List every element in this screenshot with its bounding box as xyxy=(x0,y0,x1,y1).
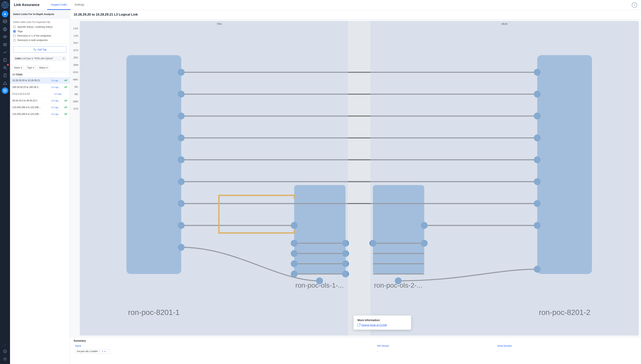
link-name-0: 10.28.29.20 to 10.28.29.21 xyxy=(12,79,50,82)
svg-rect-19 xyxy=(4,74,6,77)
filter-name-label: Name xyxy=(14,66,20,69)
copy-icon[interactable]: ⎘ xyxy=(63,57,65,60)
layer-eth: ETH xyxy=(70,47,80,54)
radio-device-both[interactable]: Device(s) in both endpoints xyxy=(13,39,66,42)
filter-status[interactable]: Status ▾ xyxy=(37,66,49,70)
nav-icon-circle[interactable]: ● xyxy=(2,11,8,17)
link-type-0: L3 Log... xyxy=(51,79,63,82)
tooltip-title: More Information: xyxy=(357,318,407,322)
radio-tags[interactable]: Tags xyxy=(13,30,66,33)
layer-mc1: MC xyxy=(70,83,80,90)
left-navigation: ● ! ··· xyxy=(0,0,10,364)
nav-icon-circle-active[interactable] xyxy=(2,87,8,94)
filter-name[interactable]: Name ▾ xyxy=(12,66,24,70)
summary-table: Name SW Version Serial Number ron-poc- xyxy=(74,344,637,354)
tab-inspect-links[interactable]: Inspect Links xyxy=(47,0,71,10)
app-title: Link Assurance xyxy=(14,3,40,7)
svg-rect-11 xyxy=(4,43,7,44)
table-row: ron-poc-ols-1-roadm ☆ ↗ ➤ ··· - - xyxy=(74,348,637,354)
nav-icon-db[interactable] xyxy=(2,18,9,25)
name-badge[interactable]: ron-poc-ols-1-roadm ☆ ↗ ➤ ··· xyxy=(75,349,110,354)
tooltip-popup: More Information: ↗ Optical Node at COSM xyxy=(353,315,411,330)
tag-label: Links xyxy=(15,57,21,60)
layer-ots: OTS xyxy=(70,105,80,112)
nav-icon-doc[interactable] xyxy=(2,72,9,79)
layer-lag: LAG xyxy=(70,32,80,40)
nav-icon-gear[interactable] xyxy=(2,356,9,362)
link-status-1: UP xyxy=(64,86,67,88)
svg-marker-23 xyxy=(3,82,7,84)
app-logo[interactable] xyxy=(2,2,9,8)
tooltip-link[interactable]: ↗ Optical Node at COSM xyxy=(357,324,407,326)
tab-settings[interactable]: Settings xyxy=(71,0,88,10)
radio-specific[interactable]: Specific link(s) / underlay link(s) xyxy=(13,26,66,28)
nav-icon-chart[interactable] xyxy=(2,49,9,56)
link-item-1[interactable]: 100.28.30.23 to 100.28.3... L3 Logi... U… xyxy=(10,84,70,90)
layer-labels: LOG LAG PHY ETH ZRC ZRM OCH NMC MC MC OM… xyxy=(70,20,80,337)
add-tag-button[interactable]: 🔍 Add Tag xyxy=(13,46,66,53)
nav-icon-stack[interactable] xyxy=(2,41,9,48)
filter-type-label: Type xyxy=(27,66,32,69)
help-icon[interactable]: ? xyxy=(632,2,637,8)
radio-group: Specific link(s) / underlay link(s) Tags… xyxy=(13,26,66,42)
link-item-2[interactable]: 2.2.2.1 to 2.2.2.0 L3 Logi... xyxy=(10,90,70,97)
link-item-3[interactable]: 45.54.23.0 to 45.54.23.1 L3 Logi... UP xyxy=(10,97,70,104)
svg-point-5 xyxy=(3,20,7,21)
nav-icon-search-ring[interactable]: ! xyxy=(2,64,9,71)
filter-label: Define Valid Links For Inspection By: xyxy=(13,21,66,24)
radio-tags-label: Tags xyxy=(17,30,23,33)
radio-device-one-circle xyxy=(13,34,16,37)
diagram-header: 10.28.29.20 to 10.28.29.21 L3 Logical Li… xyxy=(70,10,641,20)
link-item-0[interactable]: 10.28.29.20 to 10.28.29.21 L3 Log... UP xyxy=(10,77,70,84)
more-icon[interactable]: ··· xyxy=(107,350,108,353)
chevron-type-icon: ▾ xyxy=(33,66,34,69)
summary-title: Summary xyxy=(74,339,637,342)
svg-rect-13 xyxy=(4,46,7,46)
nav-icon-book[interactable] xyxy=(2,56,9,64)
filter-section: Define Valid Links For Inspection By: Sp… xyxy=(10,18,70,44)
link-status-3: UP xyxy=(64,100,67,102)
nav-icon-globe[interactable] xyxy=(2,26,9,33)
link-status-4: UP xyxy=(64,106,67,108)
star-icon[interactable]: ☆ xyxy=(99,350,101,353)
svg-marker-10 xyxy=(3,36,7,37)
layer-zrc: ZRC xyxy=(70,54,80,61)
col-header-sw: SW Version xyxy=(375,344,496,348)
layer-oms: OMS xyxy=(70,98,80,105)
link-name-2: 2.2.2.1 to 2.2.2.0 xyxy=(12,92,53,95)
link-item-5[interactable]: 123.200.200.6 to 123.200... L3 Logi... U… xyxy=(10,111,70,118)
svg-line-17 xyxy=(6,68,7,70)
link-list: 10.28.29.20 to 10.28.29.21 L3 Log... UP … xyxy=(10,77,70,364)
add-tag-label: Add Tag xyxy=(37,48,46,51)
layer-nmc: NMC xyxy=(70,76,80,83)
layer-phy: PHY xyxy=(70,40,80,47)
navigate-icon[interactable]: ➤ xyxy=(104,350,106,353)
link-type-1: L3 Logi... xyxy=(51,86,63,88)
nav-icon-triangle[interactable] xyxy=(2,80,9,86)
svg-point-18 xyxy=(5,67,5,68)
link-name-4: 123.200.200.4 to 123.200... xyxy=(12,106,50,109)
filter-type[interactable]: Type ▾ xyxy=(26,66,36,70)
radio-specific-circle xyxy=(13,26,16,28)
svg-point-28 xyxy=(5,358,6,360)
name-badge-text: ron-poc-ols-1-roadm xyxy=(77,350,98,353)
chevron-status-icon: ▾ xyxy=(46,66,48,69)
left-panel: Select Links For In-Depth Analysis Defin… xyxy=(10,10,70,364)
filter-status-label: Status xyxy=(39,66,46,69)
external-icon[interactable]: ↗ xyxy=(102,350,103,353)
radio-device-one-label: Device(s) in 1 of the endpoints xyxy=(17,34,51,37)
link-type-4: L3 Logi... xyxy=(51,106,63,108)
svg-point-27 xyxy=(5,351,6,352)
tag-row: Links LinkType is "RON with Optical" ⎘ xyxy=(13,56,66,61)
nav-icon-ring-dot[interactable] xyxy=(2,348,9,355)
layer-mc2: MC xyxy=(70,90,80,98)
radio-device-both-circle xyxy=(13,39,16,42)
nav-icon-layers[interactable] xyxy=(2,34,9,40)
svg-rect-14 xyxy=(4,58,6,62)
nav-dots[interactable]: ··· xyxy=(4,343,7,346)
radio-device-one[interactable]: Device(s) in 1 of the endpoints xyxy=(13,34,66,37)
layer-och: OCH xyxy=(70,69,80,76)
link-item-4[interactable]: 123.200.200.4 to 123.200... L3 Logi... U… xyxy=(10,104,70,111)
link-status-5: UP xyxy=(64,113,67,115)
right-area: 10.28.29.20 to 10.28.29.21 L3 Logical Li… xyxy=(70,10,641,364)
